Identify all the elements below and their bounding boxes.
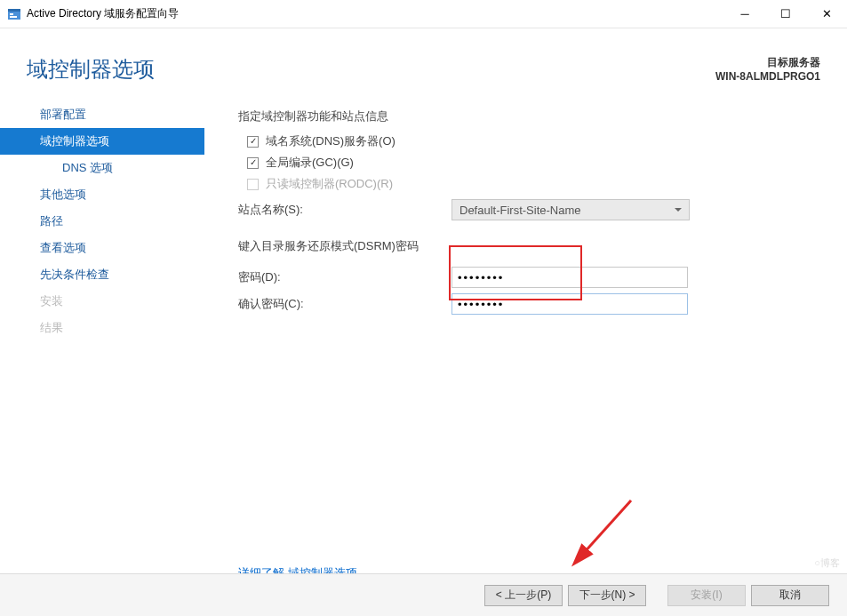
step-dns-options[interactable]: DNS 选项: [0, 155, 204, 181]
step-dc-options[interactable]: 域控制器选项: [0, 128, 204, 155]
checkbox-dns[interactable]: [247, 136, 259, 148]
cancel-button[interactable]: 取消: [751, 585, 829, 606]
confirm-password-label: 确认密码(C):: [238, 296, 451, 312]
watermark: ○博客: [814, 556, 840, 570]
svg-rect-1: [8, 9, 20, 12]
svg-rect-3: [10, 16, 17, 18]
step-deployment-config[interactable]: 部署配置: [0, 101, 204, 128]
capabilities-label: 指定域控制器功能和站点信息: [238, 108, 811, 124]
window-title: Active Directory 域服务配置向导: [27, 6, 179, 21]
checkbox-gc[interactable]: [247, 157, 259, 169]
dsrm-label: 键入目录服务还原模式(DSRM)密码: [238, 238, 811, 254]
checkbox-gc-label: 全局编录(GC)(G): [266, 155, 354, 171]
checkbox-rodc: [247, 179, 259, 190]
password-input[interactable]: [451, 267, 688, 288]
window-controls: ─ ☐ ✕: [724, 0, 847, 28]
target-server-name: WIN-8ALMDLPRGO1: [715, 70, 820, 83]
wizard-steps-sidebar: 部署配置 域控制器选项 DNS 选项 其他选项 路径 查看选项 先决条件检查 安…: [0, 92, 204, 592]
step-results: 结果: [0, 315, 204, 341]
close-button[interactable]: ✕: [806, 0, 847, 28]
minimize-button[interactable]: ─: [724, 0, 765, 28]
site-name-select[interactable]: Default-First-Site-Name: [451, 199, 690, 220]
next-button[interactable]: 下一步(N) >: [568, 585, 646, 606]
confirm-password-input[interactable]: [451, 293, 688, 315]
password-label: 密码(D):: [238, 269, 451, 285]
target-info: 目标服务器 WIN-8ALMDLPRGO1: [715, 55, 820, 83]
step-install: 安装: [0, 288, 204, 315]
step-paths[interactable]: 路径: [0, 208, 204, 235]
checkbox-row-gc[interactable]: 全局编录(GC)(G): [238, 155, 811, 171]
checkbox-row-dns[interactable]: 域名系统(DNS)服务器(O): [238, 133, 811, 149]
main-content: 指定域控制器功能和站点信息 域名系统(DNS)服务器(O) 全局编录(GC)(G…: [204, 92, 847, 592]
page-title: 域控制器选项: [27, 55, 155, 84]
checkbox-rodc-label: 只读域控制器(RODC)(R): [266, 176, 393, 192]
previous-button[interactable]: < 上一步(P): [484, 585, 563, 606]
svg-rect-2: [10, 13, 13, 15]
step-prerequisites-check[interactable]: 先决条件检查: [0, 261, 204, 288]
header: 域控制器选项 目标服务器 WIN-8ALMDLPRGO1: [0, 28, 847, 92]
install-button: 安装(I): [667, 585, 746, 606]
step-other-options[interactable]: 其他选项: [0, 181, 204, 208]
app-icon: [7, 7, 21, 21]
footer: < 上一步(P) 下一步(N) > 安装(I) 取消: [0, 573, 847, 616]
target-server-label: 目标服务器: [715, 55, 820, 70]
site-name-label: 站点名称(S):: [238, 202, 451, 218]
titlebar: Active Directory 域服务配置向导 ─ ☐ ✕: [0, 0, 847, 28]
checkbox-dns-label: 域名系统(DNS)服务器(O): [266, 133, 396, 149]
maximize-button[interactable]: ☐: [765, 0, 806, 28]
checkbox-row-rodc: 只读域控制器(RODC)(R): [238, 176, 811, 192]
step-review-options[interactable]: 查看选项: [0, 235, 204, 261]
site-name-value: Default-First-Site-Name: [459, 204, 581, 217]
